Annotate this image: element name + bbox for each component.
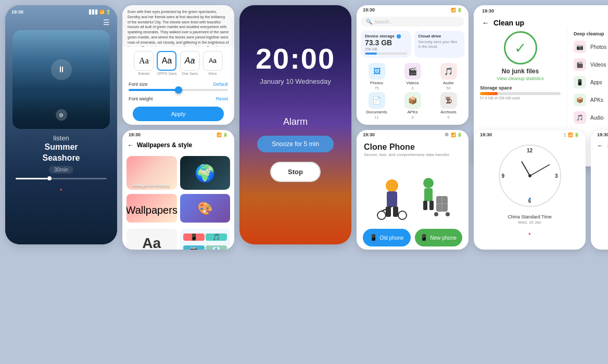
- music-status-icons: ▋▋▋ 📶 🔋: [89, 10, 111, 15]
- omoji-back-icon[interactable]: ←: [597, 142, 603, 149]
- wp-back-icon[interactable]: ←: [128, 141, 134, 149]
- no-junk-label: No junk files: [480, 68, 561, 75]
- svg-point-4: [377, 211, 386, 219]
- file-manager-screen: 19:30 📶 🔋 🔍 Search... Device storage i 7…: [357, 5, 468, 125]
- clock-app-screen: 19:30 ⋮ 📶 🔋 12 3 6 9 China St: [474, 130, 586, 250]
- stop-button[interactable]: Stop: [270, 162, 321, 182]
- play-pause-button[interactable]: ⏸: [51, 59, 72, 80]
- alarm-screen: 20:00 January 10 Wednesday Alarm Snooze …: [239, 5, 351, 244]
- file-categories: 🖼 Photos 75 🎬 Videos 3 🎵 Audio 50 📄 Docu…: [357, 60, 468, 122]
- svg-point-7: [423, 178, 434, 188]
- no-junk-badge: ✓: [504, 31, 537, 64]
- wallpaper-grid: Always-On Display 🌍: [122, 152, 234, 194]
- device-storage-label: Device storage: [365, 34, 395, 38]
- themes-thumb[interactable]: 🎨: [180, 194, 231, 223]
- clean-audio[interactable]: 🎵 Audio 10.6 GB ›: [567, 109, 608, 126]
- music-status-time: 19:30: [11, 9, 23, 15]
- clone-phone-screen: 19:30 ⚙ 📶 🔋 Clone Phone Secure, fast, an…: [357, 130, 468, 250]
- old-phone-button[interactable]: 📱 Old phone: [363, 229, 411, 246]
- archives-category[interactable]: 🗜 Archives 0: [432, 92, 465, 119]
- fm-status-time: 19:30: [363, 7, 375, 12]
- font-weight-label: Font weight: [129, 96, 153, 101]
- svg-rect-8: [424, 188, 433, 201]
- storage-total: 256 GB: [365, 47, 407, 51]
- font-preview-row: Aa Roboto Aa OPPO Sans Aa One Sans Aa Mo…: [122, 47, 234, 80]
- wp-status-time: 19:30: [129, 132, 141, 137]
- always-on-display-thumb[interactable]: Always-On Display: [126, 156, 177, 190]
- fm-status-bar: 19:30 📶 🔋: [357, 5, 468, 15]
- deep-cleanup-label: Deep cleanup: [567, 28, 608, 38]
- person1-illustration: [371, 173, 413, 225]
- svg-rect-10: [429, 201, 434, 210]
- svg-point-5: [398, 211, 407, 219]
- wp-status-bar: 19:30 📶 🔋: [122, 130, 234, 139]
- clock-status-bar: 19:30 ⋮ 📶 🔋: [474, 130, 586, 139]
- clone-desc: Secure, fast, and comprehensive data tra…: [364, 152, 461, 157]
- snooze-button[interactable]: Snooze for 5 min: [257, 136, 334, 152]
- view-stats-link[interactable]: View cleanup statistics: [480, 76, 561, 81]
- clone-title: Clone Phone: [364, 142, 461, 152]
- svg-point-15: [446, 212, 450, 216]
- audio-category[interactable]: 🎵 Audio 50: [432, 63, 465, 90]
- wallpaper-row3: Aa 📱 🎵 📷 📧: [122, 229, 234, 250]
- clock-12: 12: [527, 148, 533, 153]
- cp-status-time: 19:30: [363, 132, 375, 137]
- search-icon: 🔍: [366, 19, 372, 24]
- analog-clock: 12 3 6 9: [499, 145, 561, 207]
- wallpapers-title: Wallpapers & style: [137, 141, 192, 149]
- clean-apks[interactable]: 📦 APKs 13.1 MB ›: [567, 91, 608, 109]
- photos-category[interactable]: 🖼 Photos 75: [360, 63, 394, 90]
- apply-button[interactable]: Apply: [133, 107, 224, 121]
- storage-space-label: Storage space: [480, 85, 561, 90]
- omoji-status-time: 19:30: [597, 132, 608, 137]
- storage-used-label: 57.9 GB of 256 GB used: [480, 96, 561, 100]
- svg-rect-3: [393, 206, 398, 217]
- new-phone-button[interactable]: 📱 New phone: [415, 229, 463, 246]
- clock-timezone: China Standard Time: [474, 214, 586, 219]
- menu-icon[interactable]: ☰: [103, 18, 110, 27]
- music-player-screen: 19:30 ▋▋▋ 📶 🔋 ☰ ⏸ ⚙: [5, 5, 117, 244]
- clean-apps[interactable]: 📱 Apps 6.93 GB ›: [567, 73, 608, 91]
- music-album: SummerSeashore: [5, 142, 117, 164]
- font-settings-screen: Even with their eyes protected by the gr…: [122, 5, 234, 125]
- svg-point-0: [386, 179, 398, 192]
- omoji-character: ↖ ↗: [591, 153, 608, 236]
- cloud-desc: Securely store your files in the cloud.: [419, 40, 461, 49]
- progress-thumb[interactable]: [47, 176, 52, 180]
- edit-omoji-screen: 19:30 📶 🔋 ← Edit Omoji ✓ ↖ ↗: [591, 130, 608, 250]
- person2-illustration: [413, 173, 454, 225]
- clean-videos[interactable]: 🎬 Videos 1.82 GB ›: [567, 56, 608, 73]
- font-oppo-sans[interactable]: Aa: [157, 51, 176, 71]
- clock-9: 9: [502, 173, 505, 179]
- font-size-slider[interactable]: [129, 89, 228, 91]
- cleanup-title: Clean up: [493, 19, 608, 27]
- font-thumb[interactable]: Aa: [126, 229, 177, 250]
- music-listen-label: listen: [5, 134, 117, 142]
- docs-category[interactable]: 📄 Documents 11: [360, 92, 394, 119]
- cp-status-bar: 19:30 ⚙ 📶 🔋: [357, 130, 468, 139]
- font-more[interactable]: Aa: [203, 51, 223, 71]
- font-weight-reset[interactable]: Reset: [216, 96, 228, 101]
- clock-status-time: 19:30: [480, 132, 492, 137]
- clock-3: 3: [555, 173, 558, 179]
- wallpapers-thumb[interactable]: Wallpapers: [126, 194, 177, 223]
- globe-thumb[interactable]: 🌍: [180, 156, 231, 190]
- font-size-label: Font size: [129, 82, 148, 87]
- cleanup-status-time: 19:30: [482, 8, 494, 14]
- font-one-sans[interactable]: Aa: [180, 51, 200, 71]
- font-size-default: Default: [213, 82, 228, 87]
- clock-date: Wed, 10 Jan: [474, 220, 586, 225]
- main-grid: 19:30 ▋▋▋ 📶 🔋 ☰ ⏸ ⚙: [0, 0, 608, 364]
- font-roboto[interactable]: Aa: [134, 51, 154, 71]
- videos-category[interactable]: 🎬 Videos 3: [396, 63, 429, 90]
- back-icon[interactable]: ←: [482, 19, 489, 27]
- wallpapers-screen: 19:30 📶 🔋 ← Wallpapers & style Always-On…: [122, 130, 234, 250]
- clean-photos[interactable]: 📷 Photos 32.5 MB ›: [567, 38, 608, 56]
- music-duration: 30min: [49, 166, 73, 174]
- apks-category[interactable]: 📦 APKs 3: [396, 92, 429, 119]
- svg-point-14: [434, 212, 438, 216]
- icons-thumb[interactable]: 📱 🎵 📷 📧: [180, 229, 231, 250]
- svg-rect-1: [387, 191, 397, 207]
- sources-label: Sources: [362, 123, 463, 125]
- alarm-time: 20:00: [256, 42, 335, 75]
